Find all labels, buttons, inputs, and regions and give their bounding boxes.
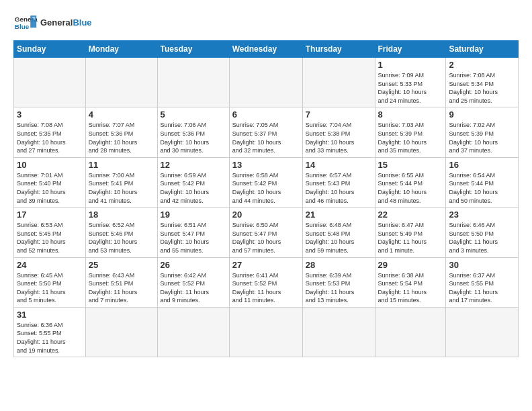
calendar-cell: 10Sunrise: 7:01 AM Sunset: 5:40 PM Dayli… <box>14 157 86 207</box>
day-number: 29 <box>378 260 443 270</box>
day-info: Sunrise: 6:51 AM Sunset: 5:47 PM Dayligh… <box>161 221 226 255</box>
calendar-cell <box>229 307 302 357</box>
calendar-cell: 15Sunrise: 6:55 AM Sunset: 5:44 PM Dayli… <box>375 157 446 207</box>
calendar-week-row: 3Sunrise: 7:08 AM Sunset: 5:35 PM Daylig… <box>14 107 519 157</box>
day-number: 1 <box>378 60 443 70</box>
calendar-cell: 12Sunrise: 6:59 AM Sunset: 5:42 PM Dayli… <box>157 157 229 207</box>
day-number: 19 <box>161 210 226 220</box>
day-info: Sunrise: 6:39 AM Sunset: 5:53 PM Dayligh… <box>306 271 372 305</box>
day-info: Sunrise: 7:08 AM Sunset: 5:34 PM Dayligh… <box>449 71 515 105</box>
calendar-cell: 13Sunrise: 6:58 AM Sunset: 5:42 PM Dayli… <box>229 157 302 207</box>
day-number: 3 <box>17 109 83 120</box>
calendar-cell <box>157 307 229 357</box>
calendar-week-row: 31Sunrise: 6:36 AM Sunset: 5:55 PM Dayli… <box>14 307 519 357</box>
day-number: 16 <box>449 160 515 170</box>
day-info: Sunrise: 7:03 AM Sunset: 5:39 PM Dayligh… <box>378 121 443 154</box>
calendar-cell: 22Sunrise: 6:47 AM Sunset: 5:49 PM Dayli… <box>375 208 446 257</box>
day-number: 5 <box>161 109 226 120</box>
calendar-cell: 11Sunrise: 7:00 AM Sunset: 5:41 PM Dayli… <box>85 157 157 207</box>
day-info: Sunrise: 6:58 AM Sunset: 5:42 PM Dayligh… <box>232 171 300 205</box>
day-info: Sunrise: 6:48 AM Sunset: 5:48 PM Dayligh… <box>306 221 372 255</box>
day-info: Sunrise: 6:45 AM Sunset: 5:50 PM Dayligh… <box>17 271 83 305</box>
calendar-cell <box>14 58 86 107</box>
calendar-cell: 2Sunrise: 7:08 AM Sunset: 5:34 PM Daylig… <box>446 58 519 107</box>
day-info: Sunrise: 7:01 AM Sunset: 5:40 PM Dayligh… <box>17 171 83 205</box>
weekday-header-friday: Friday <box>375 41 446 58</box>
day-number: 9 <box>449 109 515 120</box>
day-number: 25 <box>89 260 154 270</box>
calendar-cell: 20Sunrise: 6:50 AM Sunset: 5:47 PM Dayli… <box>229 208 302 257</box>
day-number: 17 <box>17 210 83 220</box>
svg-text:Blue: Blue <box>15 23 30 30</box>
day-info: Sunrise: 6:37 AM Sunset: 5:55 PM Dayligh… <box>449 271 515 305</box>
day-number: 2 <box>449 60 515 70</box>
day-info: Sunrise: 6:52 AM Sunset: 5:46 PM Dayligh… <box>89 221 154 255</box>
calendar-cell <box>302 58 375 107</box>
calendar-cell: 4Sunrise: 7:07 AM Sunset: 5:36 PM Daylig… <box>85 107 157 157</box>
day-info: Sunrise: 7:06 AM Sunset: 5:36 PM Dayligh… <box>161 121 226 154</box>
day-info: Sunrise: 7:04 AM Sunset: 5:38 PM Dayligh… <box>306 121 372 154</box>
calendar-cell <box>446 307 519 357</box>
day-info: Sunrise: 6:38 AM Sunset: 5:54 PM Dayligh… <box>378 271 443 305</box>
calendar-cell: 29Sunrise: 6:38 AM Sunset: 5:54 PM Dayli… <box>375 257 446 307</box>
calendar-cell <box>85 307 157 357</box>
calendar-cell: 31Sunrise: 6:36 AM Sunset: 5:55 PM Dayli… <box>14 307 86 357</box>
day-info: Sunrise: 6:36 AM Sunset: 5:55 PM Dayligh… <box>17 321 83 355</box>
calendar-cell: 14Sunrise: 6:57 AM Sunset: 5:43 PM Dayli… <box>302 157 375 207</box>
day-number: 7 <box>306 109 372 120</box>
day-number: 27 <box>232 260 300 270</box>
day-number: 10 <box>17 160 83 170</box>
calendar-cell <box>85 58 157 107</box>
day-info: Sunrise: 6:57 AM Sunset: 5:43 PM Dayligh… <box>306 171 372 205</box>
day-info: Sunrise: 6:54 AM Sunset: 5:44 PM Dayligh… <box>449 171 515 205</box>
calendar-cell: 8Sunrise: 7:03 AM Sunset: 5:39 PM Daylig… <box>375 107 446 157</box>
weekday-header-sunday: Sunday <box>14 41 86 58</box>
day-number: 20 <box>232 210 300 220</box>
calendar-week-row: 10Sunrise: 7:01 AM Sunset: 5:40 PM Dayli… <box>14 157 519 207</box>
weekday-header-tuesday: Tuesday <box>157 41 229 58</box>
day-number: 23 <box>449 210 515 220</box>
day-info: Sunrise: 7:09 AM Sunset: 5:33 PM Dayligh… <box>378 71 443 105</box>
calendar-cell: 6Sunrise: 7:05 AM Sunset: 5:37 PM Daylig… <box>229 107 302 157</box>
day-number: 6 <box>232 109 300 120</box>
calendar-cell: 25Sunrise: 6:43 AM Sunset: 5:51 PM Dayli… <box>85 257 157 307</box>
calendar-cell: 19Sunrise: 6:51 AM Sunset: 5:47 PM Dayli… <box>157 208 229 257</box>
day-info: Sunrise: 7:00 AM Sunset: 5:41 PM Dayligh… <box>89 171 154 205</box>
calendar-cell <box>375 307 446 357</box>
page-header: General Blue GeneralBlue <box>13 11 519 35</box>
day-number: 8 <box>378 109 443 120</box>
calendar-cell: 27Sunrise: 6:41 AM Sunset: 5:52 PM Dayli… <box>229 257 302 307</box>
calendar-table: SundayMondayTuesdayWednesdayThursdayFrid… <box>13 40 519 357</box>
weekday-header-thursday: Thursday <box>302 41 375 58</box>
calendar-week-row: 1Sunrise: 7:09 AM Sunset: 5:33 PM Daylig… <box>14 58 519 107</box>
day-info: Sunrise: 6:55 AM Sunset: 5:44 PM Dayligh… <box>378 171 443 205</box>
day-info: Sunrise: 6:50 AM Sunset: 5:47 PM Dayligh… <box>232 221 300 255</box>
calendar-cell: 23Sunrise: 6:46 AM Sunset: 5:50 PM Dayli… <box>446 208 519 257</box>
day-info: Sunrise: 6:46 AM Sunset: 5:50 PM Dayligh… <box>449 221 515 255</box>
weekday-header-row: SundayMondayTuesdayWednesdayThursdayFrid… <box>14 41 519 58</box>
day-number: 13 <box>232 160 300 170</box>
calendar-cell <box>229 58 302 107</box>
weekday-header-wednesday: Wednesday <box>229 41 302 58</box>
day-number: 28 <box>306 260 372 270</box>
calendar-cell: 3Sunrise: 7:08 AM Sunset: 5:35 PM Daylig… <box>14 107 86 157</box>
calendar-cell <box>157 58 229 107</box>
day-number: 22 <box>378 210 443 220</box>
day-info: Sunrise: 7:05 AM Sunset: 5:37 PM Dayligh… <box>232 121 300 154</box>
calendar-cell: 16Sunrise: 6:54 AM Sunset: 5:44 PM Dayli… <box>446 157 519 207</box>
day-number: 18 <box>89 210 154 220</box>
calendar-cell: 18Sunrise: 6:52 AM Sunset: 5:46 PM Dayli… <box>85 208 157 257</box>
day-number: 30 <box>449 260 515 270</box>
calendar-cell: 30Sunrise: 6:37 AM Sunset: 5:55 PM Dayli… <box>446 257 519 307</box>
day-info: Sunrise: 7:08 AM Sunset: 5:35 PM Dayligh… <box>17 121 83 154</box>
day-info: Sunrise: 7:02 AM Sunset: 5:39 PM Dayligh… <box>449 121 515 154</box>
day-info: Sunrise: 6:59 AM Sunset: 5:42 PM Dayligh… <box>161 171 226 205</box>
day-info: Sunrise: 6:47 AM Sunset: 5:49 PM Dayligh… <box>378 221 443 255</box>
day-info: Sunrise: 6:53 AM Sunset: 5:45 PM Dayligh… <box>17 221 83 255</box>
day-number: 11 <box>89 160 154 170</box>
calendar-cell: 21Sunrise: 6:48 AM Sunset: 5:48 PM Dayli… <box>302 208 375 257</box>
day-info: Sunrise: 6:42 AM Sunset: 5:52 PM Dayligh… <box>161 271 226 305</box>
calendar-week-row: 17Sunrise: 6:53 AM Sunset: 5:45 PM Dayli… <box>14 208 519 257</box>
day-number: 31 <box>17 310 83 320</box>
calendar-cell: 24Sunrise: 6:45 AM Sunset: 5:50 PM Dayli… <box>14 257 86 307</box>
